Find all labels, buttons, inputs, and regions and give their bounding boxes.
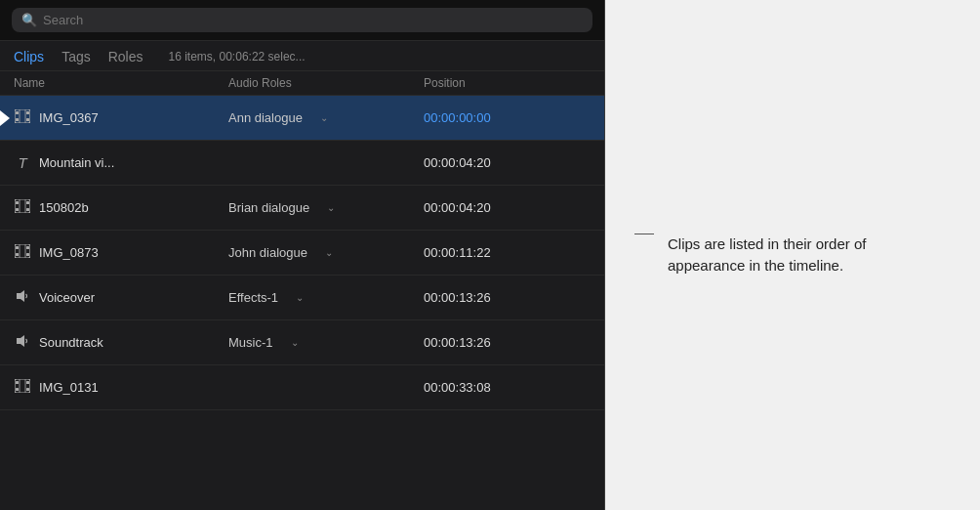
- chevron-down-icon: ⌄: [320, 112, 328, 123]
- tab-clips[interactable]: Clips: [14, 49, 44, 64]
- audio-role-cell: Brian dialogue ⌄: [228, 200, 424, 215]
- chevron-down-icon: ⌄: [325, 247, 333, 258]
- svg-rect-3: [16, 118, 19, 121]
- name-cell: IMG_0873: [14, 244, 228, 261]
- name-cell: Soundtrack: [14, 334, 228, 351]
- role-wrapper: Brian dialogue ⌄: [228, 200, 335, 215]
- row-name-label: Soundtrack: [39, 335, 103, 350]
- chevron-down-icon: ⌄: [291, 337, 299, 348]
- audio-role-label[interactable]: Music-1: [228, 335, 289, 350]
- col-header-position: Position: [424, 76, 591, 90]
- table-body: IMG_0367 Ann dialogue ⌄ 00:00:00:00 T Mo…: [0, 96, 604, 510]
- svg-rect-1: [16, 111, 19, 114]
- playhead-indicator: [0, 110, 10, 126]
- table-row[interactable]: IMG_0873 John dialogue ⌄ 00:00:11:22: [0, 231, 604, 276]
- search-icon: 🔍: [21, 13, 37, 27]
- svg-rect-8: [16, 201, 19, 204]
- row-name-label: Mountain vi...: [39, 155, 114, 170]
- row-type-icon: [14, 199, 31, 216]
- row-type-icon: [14, 109, 31, 126]
- search-wrapper: 🔍: [12, 8, 592, 32]
- table-row[interactable]: T Mountain vi... 00:00:04:20: [0, 141, 604, 186]
- svg-rect-27: [26, 388, 29, 391]
- svg-rect-11: [26, 208, 29, 211]
- svg-rect-26: [16, 388, 19, 391]
- row-name-label: IMG_0873: [39, 245, 99, 260]
- annotation-panel: Clips are listed in their order of appea…: [605, 0, 980, 510]
- tab-roles[interactable]: Roles: [108, 49, 143, 64]
- row-name-label: IMG_0131: [39, 380, 99, 395]
- audio-role-label[interactable]: John dialogue: [228, 245, 323, 260]
- table-row[interactable]: IMG_0367 Ann dialogue ⌄ 00:00:00:00: [0, 96, 604, 141]
- position-value: 00:00:13:26: [424, 335, 591, 350]
- name-cell: 150802b: [14, 199, 228, 216]
- name-cell: T Mountain vi...: [14, 154, 228, 171]
- annotation-text: Clips are listed in their order of appea…: [668, 234, 921, 277]
- row-type-icon: [14, 379, 31, 396]
- tabs-row: Clips Tags Roles 16 items, 00:06:22 sele…: [0, 41, 604, 71]
- position-value: 00:00:00:00: [424, 110, 591, 125]
- svg-rect-15: [16, 246, 19, 249]
- role-wrapper: John dialogue ⌄: [228, 245, 333, 260]
- clips-panel: 🔍 Clips Tags Roles 16 items, 00:06:22 se…: [0, 0, 605, 510]
- chevron-down-icon: ⌄: [296, 292, 304, 303]
- svg-marker-22: [17, 335, 24, 347]
- table-row[interactable]: Soundtrack Music-1 ⌄ 00:00:13:26: [0, 320, 604, 365]
- audio-role-cell: John dialogue ⌄: [228, 245, 424, 260]
- svg-rect-25: [26, 381, 29, 384]
- row-type-icon: [14, 334, 31, 351]
- search-bar: 🔍: [0, 0, 604, 41]
- chevron-down-icon: ⌄: [327, 202, 335, 213]
- row-name-label: Voiceover: [39, 290, 95, 305]
- audio-role-label[interactable]: Ann dialogue: [228, 110, 318, 125]
- row-name-label: 150802b: [39, 200, 89, 215]
- row-type-icon: [14, 289, 31, 306]
- svg-rect-4: [26, 118, 29, 121]
- role-wrapper: Effects-1 ⌄: [228, 290, 304, 305]
- col-header-audio: Audio Roles: [228, 76, 424, 90]
- position-value: 00:00:11:22: [424, 245, 591, 260]
- role-wrapper: Music-1 ⌄: [228, 335, 299, 350]
- annotation-connector: [634, 234, 654, 234]
- table-row[interactable]: IMG_0131 00:00:33:08: [0, 365, 604, 410]
- col-header-name: Name: [14, 76, 228, 90]
- status-text: 16 items, 00:06:22 selec...: [169, 50, 306, 64]
- svg-rect-24: [16, 381, 19, 384]
- table-row[interactable]: Voiceover Effects-1 ⌄ 00:00:13:26: [0, 276, 604, 320]
- name-cell: IMG_0367: [14, 109, 228, 126]
- audio-role-label[interactable]: Effects-1: [228, 290, 294, 305]
- svg-rect-18: [26, 253, 29, 256]
- svg-rect-10: [16, 208, 19, 211]
- audio-role-label[interactable]: Brian dialogue: [228, 200, 325, 215]
- position-value: 00:00:04:20: [424, 155, 591, 170]
- table-row[interactable]: 150802b Brian dialogue ⌄ 00:00:04:20: [0, 186, 604, 231]
- search-input[interactable]: [43, 13, 583, 27]
- svg-marker-21: [17, 290, 24, 302]
- svg-rect-9: [26, 201, 29, 204]
- position-value: 00:00:13:26: [424, 290, 591, 305]
- audio-role-cell: Ann dialogue ⌄: [228, 110, 424, 125]
- row-type-icon: T: [14, 154, 31, 171]
- row-name-label: IMG_0367: [39, 110, 99, 125]
- audio-role-cell: Effects-1 ⌄: [228, 290, 424, 305]
- name-cell: Voiceover: [14, 289, 228, 306]
- tab-tags[interactable]: Tags: [61, 49, 91, 64]
- svg-rect-17: [16, 253, 19, 256]
- role-wrapper: Ann dialogue ⌄: [228, 110, 328, 125]
- row-type-icon: [14, 244, 31, 261]
- position-value: 00:00:04:20: [424, 200, 591, 215]
- svg-rect-16: [26, 246, 29, 249]
- annotation: Clips are listed in their order of appea…: [634, 234, 921, 277]
- svg-rect-2: [26, 111, 29, 114]
- audio-role-cell: Music-1 ⌄: [228, 335, 424, 350]
- position-value: 00:00:33:08: [424, 380, 591, 395]
- name-cell: IMG_0131: [14, 379, 228, 396]
- annotation-line: [634, 234, 658, 234]
- table-header: Name Audio Roles Position: [0, 71, 604, 96]
